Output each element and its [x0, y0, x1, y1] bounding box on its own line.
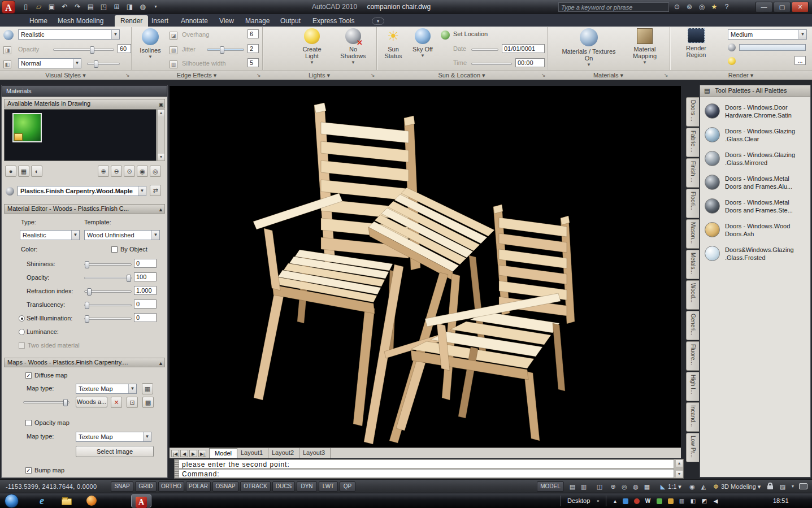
material-editor-header[interactable]: Material Editor - Woods - Plastics.Finis… — [4, 204, 165, 214]
favorites-star-icon[interactable]: ★ — [709, 2, 720, 12]
redo-icon[interactable]: ↷ — [72, 2, 83, 12]
tray-show-hidden-icon[interactable]: ▴ — [611, 497, 619, 505]
palette-tab-masonry[interactable]: Mason... — [686, 219, 699, 249]
material-swatch-selected[interactable] — [12, 113, 42, 142]
tab-render[interactable]: Render — [115, 15, 148, 27]
preview-geometry-button[interactable]: ● — [5, 166, 16, 177]
tab-layout1[interactable]: Layout1 — [236, 448, 268, 458]
workspace-gear-icon[interactable]: ☸ — [711, 482, 721, 491]
tool-item-metal-alu[interactable]: Doors - Windows.Metal Doors and Frames.A… — [702, 172, 809, 196]
otrack-toggle[interactable]: OTRACK — [240, 481, 271, 492]
toggle-display-icon[interactable]: ▣ — [158, 101, 163, 108]
select-image-button[interactable]: Select Image — [76, 446, 154, 457]
osnap-toggle[interactable]: OSNAP — [212, 481, 238, 492]
indicate-material-button[interactable]: ⊙ — [124, 166, 135, 177]
ribbon-minimize-button[interactable]: ▾ — [372, 18, 384, 25]
tab-manage[interactable]: Manage — [240, 15, 275, 27]
tool-item-glass-clear[interactable]: Doors - Windows.Glazing .Glass.Clear — [702, 125, 809, 149]
palette-tab-metals[interactable]: Metals... — [686, 250, 699, 279]
material-mapping-button[interactable]: Material Mapping ▼ — [625, 28, 665, 66]
opacity-value[interactable]: 60 — [118, 44, 131, 53]
search-icon[interactable]: ⊙ — [671, 2, 683, 12]
palette-tab-generic[interactable]: Generi... — [686, 311, 699, 340]
qp-toggle[interactable]: QP — [340, 481, 355, 492]
qat-customize-icon[interactable]: ▾ — [150, 2, 161, 12]
palette-tab-finish[interactable]: Finish ... — [686, 158, 699, 188]
tool-item-glass-frosted[interactable]: Doors&Windows.Glazing .Glass.Frosted — [702, 244, 809, 267]
steering-wheel-icon[interactable]: ◍ — [631, 482, 641, 491]
command-scroll-up-icon[interactable]: ▲ — [676, 460, 683, 467]
snap-toggle[interactable]: SNAP — [111, 481, 133, 492]
opacity-map-type-select[interactable]: Texture Map ▼ — [76, 432, 151, 442]
prev-tab-icon[interactable]: ◀ — [180, 450, 188, 457]
isolines-button[interactable]: Isolines ▼ — [136, 28, 165, 60]
tool-palettes-titlebar[interactable]: ▤ Tool Palettes - All Palettes — [700, 85, 810, 97]
undo-icon[interactable]: ↶ — [59, 2, 70, 12]
tab-layout2[interactable]: Layout2 — [267, 448, 299, 458]
tab-express-tools[interactable]: Express Tools — [307, 15, 360, 27]
subscription-center-icon[interactable]: ⊚ — [684, 2, 695, 12]
tray-icon-3[interactable]: W — [644, 497, 652, 505]
render-region-button[interactable]: Render Region — [676, 28, 717, 58]
palette-tab-incandescent[interactable]: Incand... — [686, 402, 699, 432]
taskbar-ie-icon[interactable]: e — [32, 494, 52, 507]
sun-status-button[interactable]: ☀ Sun Status — [380, 28, 407, 59]
material-preview-area[interactable] — [4, 109, 157, 161]
diffuse-map-type-select[interactable]: Texture Map ▼ — [76, 384, 137, 394]
tab-output[interactable]: Output — [275, 15, 306, 27]
face-color-mode-icon[interactable]: ◧ — [3, 60, 11, 68]
workspace-switcher[interactable]: 3D Modeling ▾ — [721, 483, 761, 490]
palette-tab-wood[interactable]: Wood... — [686, 280, 699, 310]
shininess-slider[interactable] — [84, 263, 132, 266]
auto-annotation-icon[interactable]: ◭ — [698, 482, 709, 491]
sky-off-button[interactable]: Sky Off ▼ — [409, 28, 436, 59]
ducs-toggle[interactable]: DUCS — [272, 481, 295, 492]
time-slider[interactable] — [471, 63, 512, 65]
show-motion-icon[interactable]: ▦ — [642, 482, 652, 491]
silhouette-toggle-icon[interactable]: ▥ — [170, 60, 177, 68]
palette-tab-fluorescent[interactable]: Fluore... — [686, 341, 699, 371]
tray-display-icon[interactable]: ◧ — [689, 497, 697, 505]
render-quality-select[interactable]: Medium ▼ — [728, 29, 807, 40]
jitter-value[interactable]: 2 — [247, 44, 259, 53]
tab-home[interactable]: Home — [24, 15, 53, 27]
texture-amount-slider[interactable] — [23, 401, 70, 403]
render-tool-icon[interactable]: ◍ — [137, 2, 148, 12]
taskbar-autocad-icon[interactable]: A — [131, 494, 151, 507]
preview-texture-button[interactable]: ⊡ — [127, 397, 138, 408]
opacity-material-slider[interactable] — [84, 277, 132, 279]
material-name-select[interactable]: Plastics.Finish Carpentry.Wood.Maple ▼ — [18, 186, 146, 196]
render-more-button[interactable]: ... — [794, 56, 806, 65]
command-input-line[interactable]: Command: — [179, 469, 674, 478]
annotation-visibility-icon[interactable]: ◉ — [687, 482, 697, 491]
dialog-launcher-icon[interactable]: ↘ — [541, 72, 546, 78]
next-tab-icon[interactable]: ▶ — [189, 450, 197, 457]
self-illumination-slider[interactable] — [84, 318, 132, 320]
tool-item-metal-ste[interactable]: Doors - Windows.Metal Doors and Frames.S… — [702, 196, 809, 220]
by-object-checkbox[interactable] — [111, 246, 118, 253]
tab-insert[interactable]: Insert — [146, 15, 174, 27]
jitter-toggle-icon[interactable]: ▨ — [170, 46, 177, 54]
lwt-toggle[interactable]: LWT — [319, 481, 338, 492]
desktop-toolbar-label[interactable]: Desktop — [567, 497, 590, 504]
drawing-viewport[interactable] — [170, 86, 681, 448]
status-menu-icon[interactable]: ▾ — [788, 482, 798, 491]
refraction-slider[interactable] — [84, 290, 132, 293]
tray-icon-2[interactable] — [634, 498, 640, 504]
dialog-launcher-icon[interactable]: ↘ — [125, 72, 130, 78]
create-material-button[interactable]: ⊕ — [98, 166, 109, 177]
translucency-slider[interactable] — [84, 304, 132, 306]
purge-material-button[interactable]: ⊖ — [111, 166, 122, 177]
tray-volume-icon[interactable]: ◀ — [712, 497, 719, 505]
opacity-slider[interactable] — [53, 49, 114, 51]
panel-label-visual-styles[interactable]: Visual Styles ▾ — [0, 72, 131, 79]
palette-tab-fabric[interactable]: Fabric ... — [686, 128, 699, 157]
refraction-value[interactable]: 1.000 — [134, 286, 157, 295]
tool-item-wood-ash[interactable]: Doors - Windows.Wood Doors.Ash — [702, 220, 809, 244]
maps-section-header[interactable]: Maps - Woods - Plastics.Finish Carpentry… — [4, 358, 165, 367]
open-file-icon[interactable]: ▱ — [33, 2, 44, 12]
available-materials-header[interactable]: Available Materials in Drawing ▣ — [4, 99, 165, 108]
polar-toggle[interactable]: POLAR — [186, 481, 211, 492]
opacity-material-value[interactable]: 100 — [134, 272, 157, 281]
tab-annotate[interactable]: Annotate — [175, 15, 214, 27]
